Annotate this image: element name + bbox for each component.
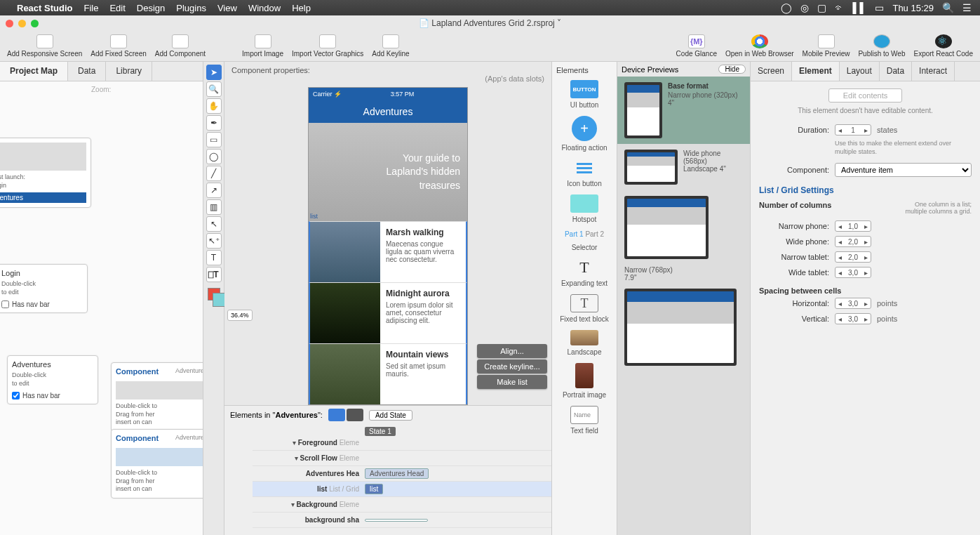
ctx-make-list[interactable]: Make list: [477, 375, 547, 389]
tool-magnify[interactable]: 🔍: [206, 81, 222, 97]
el-ui-button[interactable]: BUTTONUI button: [555, 80, 614, 109]
timeline-mode-1[interactable]: [328, 409, 345, 421]
import-image-button[interactable]: Import Image: [238, 33, 288, 59]
timeline-mode-2[interactable]: [347, 409, 363, 421]
tool-pen[interactable]: ✒: [206, 115, 222, 131]
el-fab[interactable]: +Floating action: [555, 116, 614, 152]
menu-help[interactable]: Help: [292, 3, 311, 13]
adv-nav-checkbox[interactable]: [12, 392, 20, 399]
menu-plugins[interactable]: Plugins: [176, 3, 206, 13]
map-card-component-2[interactable]: ComponentAdventure Double-click to Drag …: [111, 429, 203, 498]
tab-interact[interactable]: Interact: [912, 62, 955, 81]
el-selector[interactable]: Part 1 Part 2Selector: [555, 230, 614, 251]
tool-textbox[interactable]: ⎕T: [206, 267, 222, 282]
code-glance-button[interactable]: {M}Code Glance: [672, 33, 721, 59]
menu-window[interactable]: Window: [248, 3, 281, 13]
wide-phone-stepper[interactable]: ◂2,0▸: [835, 236, 871, 247]
tool-container[interactable]: ▥: [206, 199, 222, 215]
tool-text[interactable]: T: [206, 250, 222, 265]
tl-row-scrollflow[interactable]: ▾ Scroll Flow Eleme: [253, 451, 551, 466]
window-close-button[interactable]: [6, 20, 13, 27]
v-spacing-stepper[interactable]: ◂3,0▸: [835, 313, 871, 324]
tool-hand[interactable]: ✋: [206, 98, 222, 114]
export-react-button[interactable]: Export React Code: [910, 33, 978, 59]
spotlight-icon[interactable]: 🔍: [942, 2, 954, 13]
previews-hide-button[interactable]: Hide: [718, 65, 746, 74]
tool-rect[interactable]: ▭: [206, 132, 222, 147]
el-text-field[interactable]: NameText field: [555, 406, 614, 435]
flag-icon[interactable]: ▌▌: [853, 2, 867, 13]
tool-select-1[interactable]: ↖: [206, 216, 222, 232]
menu-view[interactable]: View: [217, 3, 237, 13]
menu-design[interactable]: Design: [137, 3, 165, 13]
wifi-icon[interactable]: ᯤ: [835, 2, 845, 13]
el-icon-button[interactable]: Icon button: [555, 159, 614, 187]
wide-tablet-stepper[interactable]: ◂3,0▸: [835, 267, 871, 278]
add-state-button[interactable]: Add State: [369, 410, 412, 421]
open-browser-button[interactable]: Open in Web Browser: [721, 33, 798, 59]
list-item[interactable]: Midnight auroraLorem ipsum dolor sit ame…: [309, 282, 467, 343]
tl-row-background[interactable]: ▾ Background Eleme: [253, 497, 551, 513]
tool-line[interactable]: ╱: [206, 166, 222, 181]
color-swatch[interactable]: [208, 288, 220, 300]
h-spacing-stepper[interactable]: ◂3,0▸: [835, 298, 871, 309]
cloud-icon[interactable]: ◎: [800, 2, 809, 13]
import-vector-button[interactable]: Import Vector Graphics: [288, 33, 368, 59]
narrow-tablet-stepper[interactable]: ◂2,0▸: [835, 251, 871, 263]
add-component-button[interactable]: Add Component: [151, 33, 210, 59]
drive-icon[interactable]: ◯: [781, 2, 792, 13]
project-map[interactable]: Zoom: First launch:Login dventures Login…: [0, 81, 203, 535]
tab-screen[interactable]: Screen: [751, 62, 792, 81]
map-card-component-1[interactable]: ComponentAdventure Double-click to Drag …: [111, 362, 203, 432]
el-fixed-text[interactable]: TFixed text block: [555, 294, 614, 323]
tool-ellipse[interactable]: ◯: [206, 149, 222, 164]
tab-layout[interactable]: Layout: [840, 62, 880, 81]
login-nav-checkbox[interactable]: [1, 300, 9, 308]
list-item[interactable]: Marsh walkingMaecenas congue ligula ac q…: [309, 221, 467, 282]
menubar-clock[interactable]: Thu 15:29: [892, 3, 934, 13]
tab-data-insp[interactable]: Data: [880, 62, 912, 81]
window-minimize-button[interactable]: [18, 20, 26, 27]
publish-web-button[interactable]: Publish to Web: [854, 33, 909, 59]
mobile-preview-button[interactable]: Mobile Preview: [798, 33, 854, 59]
tl-row-foreground[interactable]: ▾ Foreground Eleme: [253, 435, 551, 451]
map-card-adventures[interactable]: Adventures Double-click to edit Has nav …: [7, 355, 98, 404]
tl-row-bgshape[interactable]: background sha: [253, 513, 551, 528]
tab-project-map[interactable]: Project Map: [0, 62, 68, 81]
window-zoom-button[interactable]: [31, 20, 39, 27]
el-portrait[interactable]: Portrait image: [555, 363, 614, 399]
duration-stepper[interactable]: ◂1▸: [835, 124, 871, 136]
add-fixed-screen-button[interactable]: Add Fixed Screen: [86, 33, 151, 59]
el-hotspot[interactable]: Hotspot: [555, 194, 614, 223]
ctx-create-keyline[interactable]: Create keyline...: [477, 359, 547, 374]
tl-row-adv-head[interactable]: Adventures HeaAdventures Head: [253, 466, 551, 482]
el-expanding-text[interactable]: TExpanding text: [555, 258, 614, 287]
tool-select-2[interactable]: ↖⁺: [206, 233, 222, 249]
list-item[interactable]: Mountain viewsSed sit amet ipsum mauris.: [309, 343, 467, 404]
canvas[interactable]: 36.4% Carrier ⚡3:57 PM Adventures Your g…: [224, 87, 551, 405]
menu-file[interactable]: File: [83, 3, 98, 13]
tab-library[interactable]: Library: [106, 62, 152, 81]
state-tag[interactable]: State 1: [365, 427, 396, 436]
app-name[interactable]: React Studio: [17, 3, 72, 13]
phone-mock[interactable]: Carrier ⚡3:57 PM Adventures Your guide t…: [308, 87, 468, 405]
tl-row-list[interactable]: list List / Gridlist: [253, 482, 551, 497]
add-keyline-button[interactable]: Add Keyline: [368, 33, 413, 59]
battery-icon[interactable]: ▭: [875, 2, 884, 13]
map-card-login[interactable]: Login Double-click to edit Has nav bar: [0, 264, 88, 313]
zoom-badge[interactable]: 36.4%: [227, 310, 253, 321]
narrow-phone-stepper[interactable]: ◂1,0▸: [835, 220, 871, 232]
ctx-align[interactable]: Align...: [477, 344, 547, 358]
device-preview-narrow-tablet[interactable]: [617, 190, 750, 265]
tool-pointer[interactable]: ➤: [206, 65, 222, 80]
el-landscape[interactable]: Landscape: [555, 330, 614, 356]
menu-edit[interactable]: Edit: [109, 3, 125, 13]
tab-data[interactable]: Data: [68, 62, 106, 81]
airplay-icon[interactable]: ▢: [817, 2, 826, 13]
add-responsive-screen-button[interactable]: Add Responsive Screen: [3, 33, 86, 59]
tab-element[interactable]: Element: [792, 62, 840, 81]
device-preview-wide-tablet[interactable]: [617, 283, 750, 371]
menu-icon[interactable]: ☰: [962, 2, 972, 13]
device-preview-narrow-phone[interactable]: Base formatNarrow phone (320px)4": [617, 77, 750, 144]
component-combo[interactable]: Adventure item: [835, 163, 972, 177]
